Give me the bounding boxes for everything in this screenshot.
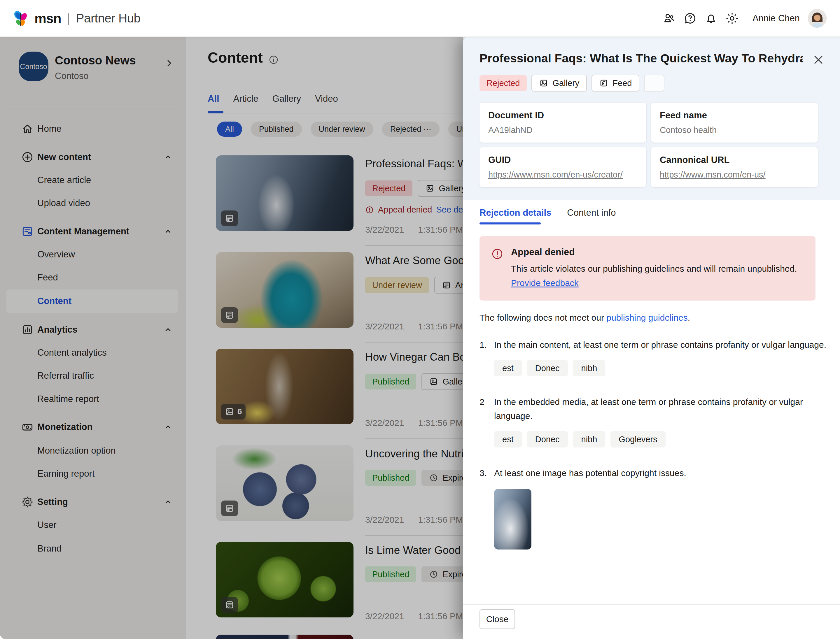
guid-link[interactable]: https://www.msn.com/en-us/creator/ bbox=[488, 170, 638, 180]
gallery-badge: Gallery bbox=[531, 75, 587, 92]
issue-2: 2 In the embedded media, at least one te… bbox=[480, 395, 824, 423]
msn-logo[interactable]: msn | Partner Hub bbox=[12, 9, 140, 28]
term-chip: est bbox=[494, 431, 522, 447]
close-button[interactable]: Close bbox=[480, 609, 515, 629]
provide-feedback-link[interactable]: Provide feedback bbox=[511, 278, 579, 288]
help-icon[interactable] bbox=[680, 8, 701, 29]
alert-title: Appeal denied bbox=[511, 246, 804, 258]
feed-name-card: Feed name Contoso health bbox=[651, 103, 818, 143]
panel-tabs: Rejection details Content info bbox=[480, 208, 824, 224]
copyright-issue-image bbox=[494, 489, 531, 550]
panel-footer: Close bbox=[463, 604, 840, 639]
brand-divider: | bbox=[67, 11, 70, 25]
close-icon[interactable] bbox=[812, 53, 825, 66]
rejection-details-panel: Professional Faqs: What Is The Quickest … bbox=[463, 37, 840, 639]
brand-msn: msn bbox=[34, 11, 61, 26]
avatar[interactable] bbox=[808, 9, 827, 28]
issue-1: 1. In the main content, at least one ter… bbox=[480, 338, 824, 352]
brand-product: Partner Hub bbox=[76, 11, 140, 25]
document-id-card: Document ID AA19lahND bbox=[480, 103, 646, 143]
contacts-icon[interactable] bbox=[658, 8, 680, 29]
term-chip: Donec bbox=[527, 360, 568, 376]
cannonical-url-card: Cannonical URL https://www.msn.com/en-us… bbox=[651, 147, 818, 187]
guid-card: GUID https://www.msn.com/en-us/creator/ bbox=[480, 147, 646, 187]
empty-badge bbox=[644, 75, 665, 92]
feed-badge: Feed bbox=[591, 75, 639, 92]
term-chip: Goglevers bbox=[610, 431, 665, 447]
partner-hub-window: msn | Partner Hub bbox=[0, 0, 840, 639]
tab-content-info[interactable]: Content info bbox=[567, 208, 616, 218]
settings-icon[interactable] bbox=[722, 8, 743, 29]
status-badge: Rejected bbox=[480, 75, 527, 91]
msn-butterfly-icon bbox=[12, 9, 30, 28]
panel-body: Rejection details Content info Appeal de… bbox=[463, 200, 840, 604]
appeal-denied-alert: Appeal denied This article violates our … bbox=[480, 236, 816, 300]
issue-3: 3. At least one image has potential copy… bbox=[480, 466, 824, 480]
publishing-guidelines-link[interactable]: publishing guidelines bbox=[606, 313, 688, 323]
guidelines-sentence: The following does not meet our publishi… bbox=[480, 313, 824, 323]
term-chip: nibh bbox=[573, 431, 606, 447]
panel-header: Professional Faqs: What Is The Quickest … bbox=[463, 37, 840, 200]
cannonical-url-link[interactable]: https://www.msn.com/en-us/ bbox=[660, 170, 809, 180]
issue-2-tags: est Donec nibh Goglevers bbox=[494, 431, 824, 447]
term-chip: est bbox=[494, 360, 522, 376]
user-name[interactable]: Annie Chen bbox=[752, 13, 800, 24]
notifications-icon[interactable] bbox=[701, 8, 722, 29]
term-chip: Donec bbox=[527, 431, 568, 447]
panel-title: Professional Faqs: What Is The Quickest … bbox=[480, 52, 803, 65]
alert-body: This article violates our publishing gui… bbox=[511, 261, 804, 290]
modal-dim-overlay bbox=[0, 37, 463, 639]
error-icon bbox=[491, 246, 504, 290]
active-tab-indicator bbox=[480, 223, 541, 224]
term-chip: nibh bbox=[573, 360, 606, 376]
tab-rejection-details[interactable]: Rejection details bbox=[480, 208, 551, 218]
top-bar: msn | Partner Hub bbox=[0, 0, 840, 37]
issue-1-tags: est Donec nibh bbox=[494, 360, 824, 376]
